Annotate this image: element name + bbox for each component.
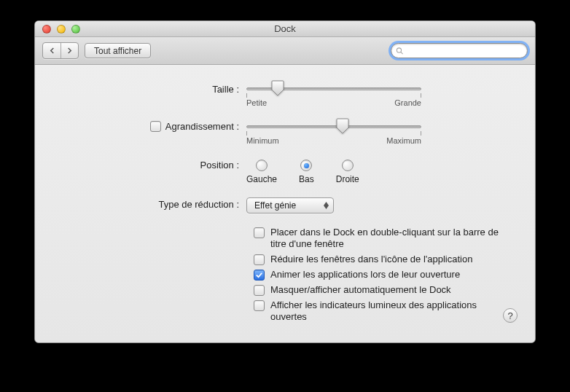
toolbar: Tout afficher — [35, 37, 535, 65]
magnification-slider[interactable] — [246, 120, 421, 133]
updown-arrows-icon — [324, 202, 329, 209]
size-min-label: Petite — [246, 98, 267, 107]
magnification-max-label: Maximum — [386, 136, 421, 145]
checkbox-label: Animer les applications lors de leur ouv… — [270, 269, 460, 281]
autohide-dock-checkbox[interactable] — [254, 285, 265, 296]
checkbox-label: Placer dans le Dock en double-cliquant s… — [270, 227, 513, 250]
search-icon — [396, 47, 404, 55]
svg-point-0 — [397, 47, 401, 52]
position-option-label: Gauche — [246, 174, 277, 184]
search-field-wrap[interactable] — [391, 43, 528, 58]
minimize-effect-value: Effet génie — [254, 200, 296, 211]
size-label: Taille : — [57, 82, 246, 95]
content-area: Taille : Petite Grande — [35, 65, 535, 342]
checkbox-label: Réduire les fenêtres dans l'icône de l'a… — [270, 254, 472, 265]
options-checkbox-list: Placer dans le Dock en double-cliquant s… — [254, 227, 513, 323]
magnification-min-label: Minimum — [246, 136, 279, 145]
help-icon: ? — [507, 310, 512, 321]
chevron-left-icon — [49, 47, 55, 54]
minimize-into-app-icon-checkbox[interactable] — [254, 254, 265, 265]
magnification-checkbox[interactable] — [150, 121, 161, 132]
size-max-label: Grande — [394, 98, 421, 107]
position-option-label: Bas — [299, 174, 314, 184]
position-radio-left[interactable] — [256, 160, 268, 171]
titlebar: Dock — [35, 21, 535, 37]
svg-line-1 — [401, 52, 403, 54]
position-radio-right[interactable] — [342, 160, 354, 171]
minimize-on-titlebar-doubleclick-checkbox[interactable] — [254, 227, 265, 238]
search-input[interactable] — [407, 46, 523, 56]
magnification-label: Agrandissement : — [165, 121, 239, 132]
animate-opening-apps-checkbox[interactable] — [254, 270, 265, 281]
checkbox-label: Afficher les indicateurs lumineux des ap… — [270, 299, 513, 323]
forward-button[interactable] — [60, 43, 78, 58]
traffic-lights — [35, 25, 80, 34]
position-radio-bottom[interactable] — [300, 160, 312, 171]
minimize-effect-select[interactable]: Effet génie — [246, 197, 334, 213]
minimize-button[interactable] — [57, 25, 66, 34]
show-all-button[interactable]: Tout afficher — [85, 43, 151, 58]
nav-segmented — [42, 42, 79, 59]
position-radio-group: Gauche Bas Droite — [246, 158, 513, 184]
position-label: Position : — [57, 158, 246, 170]
close-button[interactable] — [42, 25, 51, 34]
show-indicator-lights-checkbox[interactable] — [254, 300, 265, 311]
minimize-effect-label: Type de réduction : — [57, 197, 246, 210]
checkbox-label: Masquer/afficher automatiquement le Dock — [270, 284, 451, 296]
zoom-button[interactable] — [71, 25, 80, 34]
preferences-window: Dock Tout afficher Taille : — [34, 20, 536, 343]
position-option-label: Droite — [336, 174, 359, 184]
help-button[interactable]: ? — [503, 308, 518, 323]
back-button[interactable] — [43, 43, 60, 58]
size-slider[interactable] — [246, 82, 421, 95]
chevron-right-icon — [66, 47, 73, 54]
window-title: Dock — [35, 23, 535, 34]
